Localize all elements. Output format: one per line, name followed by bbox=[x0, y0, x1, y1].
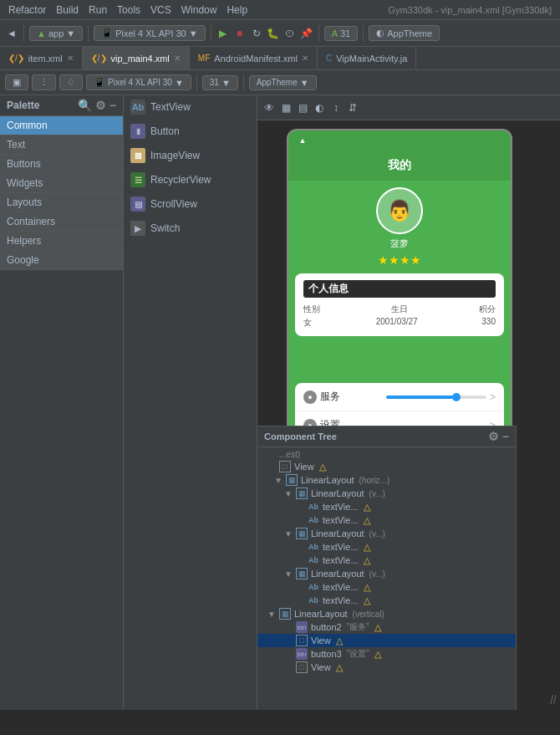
design-surface-btn[interactable]: ▣ bbox=[5, 74, 28, 90]
widget-imageview[interactable]: ▨ ImageView bbox=[124, 144, 257, 168]
linearlayout-icon3: ▦ bbox=[296, 528, 308, 539]
tab-label2: vip_main4.xml bbox=[111, 54, 170, 64]
menu-item-left-service: ● 服务 bbox=[303, 390, 340, 404]
tab-vip-main-activity[interactable]: C VipMainActivity.ja bbox=[318, 47, 416, 69]
tree-row-linearlayout2[interactable]: ▼ ▦ LinearLayout (v...) bbox=[257, 487, 516, 500]
android-icon: ▲ bbox=[37, 28, 46, 38]
columns-icon[interactable]: ▦ bbox=[279, 101, 293, 115]
stop-button[interactable]: ■ bbox=[233, 27, 247, 40]
widget-switch[interactable]: ▶ Switch bbox=[124, 217, 257, 241]
category-text[interactable]: Text bbox=[0, 135, 123, 155]
menu-refactor[interactable]: Refactor bbox=[3, 4, 51, 16]
device-selector[interactable]: 📱 Pixel 4 XL API 30 ▼ bbox=[94, 25, 205, 41]
warning-icon9: △ bbox=[336, 635, 343, 646]
category-common[interactable]: Common bbox=[0, 116, 123, 135]
tree-row-linearlayout5[interactable]: ▼ ▦ LinearLayout (vertical) bbox=[257, 607, 516, 620]
username-text: 菠萝 bbox=[390, 237, 409, 250]
grid-icon[interactable]: ▤ bbox=[296, 101, 309, 115]
separator bbox=[23, 25, 24, 42]
tree-row-linearlayout1[interactable]: ▼ ▦ LinearLayout (horiz...) bbox=[257, 473, 516, 487]
textview-label6: textVie... bbox=[323, 595, 359, 605]
service-icon: ● bbox=[303, 390, 317, 404]
eye-icon[interactable]: 👁 bbox=[262, 101, 276, 115]
palette-title: Palette bbox=[7, 100, 39, 111]
tree-row-textview5[interactable]: Ab textVie... △ bbox=[257, 580, 516, 594]
api-selector[interactable]: A 31 bbox=[324, 26, 359, 41]
tree-row-textview6[interactable]: Ab textVie... △ bbox=[257, 594, 516, 607]
tab-android-manifest[interactable]: MF AndroidManifest.xml ✕ bbox=[190, 47, 318, 69]
tab-close2[interactable]: ✕ bbox=[174, 54, 181, 63]
tree-row-textview2[interactable]: Ab textVie... △ bbox=[257, 513, 516, 527]
button2-label: button2 bbox=[311, 622, 342, 632]
layout-editor-btn[interactable]: ⋮ bbox=[32, 74, 56, 90]
info-row-values: 女 2001/03/27 330 bbox=[303, 316, 496, 329]
category-google[interactable]: Google bbox=[0, 251, 123, 270]
imageview-icon: ▨ bbox=[130, 148, 145, 163]
theme-btn[interactable]: AppTheme ▼ bbox=[249, 75, 317, 90]
textview-icon3: Ab bbox=[308, 541, 319, 553]
category-layouts[interactable]: Layouts bbox=[0, 193, 123, 212]
tab-item-xml[interactable]: ❮/❯ item.xml ✕ bbox=[0, 47, 83, 69]
run-button[interactable]: ▶ bbox=[216, 27, 230, 40]
menu-run[interactable]: Run bbox=[84, 4, 112, 16]
back-arrow-icon[interactable]: ◄ bbox=[5, 27, 18, 40]
arrows-icon[interactable]: ↕ bbox=[329, 101, 343, 115]
category-buttons[interactable]: Buttons bbox=[0, 155, 123, 174]
tree-row-view2-selected[interactable]: □ View △ bbox=[257, 634, 516, 647]
palette-detail: Ab TextView ▮ Button ▨ ImageView ☰ Recyc… bbox=[124, 95, 257, 710]
settings-gear-icon[interactable]: ⚙ bbox=[488, 430, 499, 443]
tree-row-linearlayout4[interactable]: ▼ ▦ LinearLayout (v...) bbox=[257, 567, 516, 580]
app-selector[interactable]: ▲ app ▼ bbox=[29, 26, 83, 41]
menu-help[interactable]: Help bbox=[221, 4, 252, 16]
widget-textview[interactable]: Ab TextView bbox=[124, 95, 257, 120]
warning-icon5: △ bbox=[364, 555, 370, 566]
profile-icon[interactable]: ⏲ bbox=[283, 27, 297, 40]
tab-vip-main4-xml[interactable]: ❮/❯ vip_main4.xml ✕ bbox=[83, 47, 190, 69]
debug-icon[interactable]: 🐛 bbox=[267, 27, 280, 40]
widget-scrollview[interactable]: ▤ ScrollView bbox=[124, 192, 257, 217]
category-widgets[interactable]: Widgets bbox=[0, 174, 123, 193]
menu-vcs[interactable]: VCS bbox=[145, 4, 176, 16]
canvas-area: 👁 ▦ ▤ ◐ ↕ ⇵ ▲ 我的 👨 菠萝 ★★★★ bbox=[257, 95, 560, 710]
sdk-icon: A bbox=[332, 28, 338, 38]
textview-label: TextView bbox=[150, 101, 191, 113]
minimize-tree-icon[interactable]: − bbox=[502, 430, 509, 443]
category-helpers[interactable]: Helpers bbox=[0, 232, 123, 251]
tree-row-textview1[interactable]: Ab textVie... △ bbox=[257, 500, 516, 513]
attach-icon[interactable]: 📌 bbox=[300, 27, 313, 40]
tree-row-linearlayout3[interactable]: ▼ ▦ LinearLayout (v...) bbox=[257, 527, 516, 540]
minimize-icon[interactable]: − bbox=[109, 99, 116, 112]
api-btn[interactable]: 31 ▼ bbox=[202, 75, 238, 90]
tree-row-button2[interactable]: btn button2 "服务" △ bbox=[257, 620, 516, 634]
widget-recyclerview[interactable]: ☰ RecyclerView bbox=[124, 168, 257, 192]
tree-row-button3[interactable]: btn button3 "设置" △ bbox=[257, 647, 516, 661]
vertical-icon[interactable]: ⇵ bbox=[346, 101, 359, 115]
linearlayout-icon2: ▦ bbox=[296, 487, 308, 499]
widget-button[interactable]: ▮ Button bbox=[124, 120, 257, 144]
theme-icon: ◐ bbox=[376, 28, 384, 38]
palette-panel: Palette 🔍 ⚙ − Common Text Buttons Widget… bbox=[0, 95, 124, 710]
blueprint-btn[interactable]: ♢ bbox=[59, 74, 83, 90]
orientation-btn[interactable]: 📱 Pixel 4 XL API 30 ▼ bbox=[86, 74, 191, 90]
menu-build[interactable]: Build bbox=[51, 4, 84, 16]
avatar-section: 👨 菠萝 ★★★★ bbox=[376, 187, 423, 267]
birthday-label: 生日 bbox=[391, 304, 408, 315]
tree-row-view3[interactable]: □ View △ bbox=[257, 661, 516, 674]
menu-window[interactable]: Window bbox=[176, 4, 222, 16]
linearlayout-sublabel2: (v...) bbox=[369, 489, 385, 498]
snap-icon[interactable]: ◐ bbox=[313, 101, 326, 115]
sync-button[interactable]: ↻ bbox=[250, 27, 263, 40]
theme-selector[interactable]: ◐ AppTheme bbox=[369, 25, 440, 41]
category-containers[interactable]: Containers bbox=[0, 212, 123, 232]
search-icon[interactable]: 🔍 bbox=[78, 99, 92, 112]
menu-item-service[interactable]: ● 服务 > bbox=[295, 383, 504, 411]
tab-close3[interactable]: ✕ bbox=[302, 54, 308, 63]
menu-tools[interactable]: Tools bbox=[112, 4, 145, 16]
tree-row-textview3[interactable]: Ab textVie... △ bbox=[257, 540, 516, 554]
service-label: 服务 bbox=[320, 390, 340, 404]
tree-row-textview4[interactable]: Ab textVie... △ bbox=[257, 554, 516, 567]
gear-icon[interactable]: ⚙ bbox=[95, 99, 106, 112]
tab-close[interactable]: ✕ bbox=[67, 54, 74, 63]
tree-row-est[interactable]: ...est) bbox=[257, 449, 516, 460]
tree-row-view1[interactable]: □ View △ bbox=[257, 460, 516, 473]
